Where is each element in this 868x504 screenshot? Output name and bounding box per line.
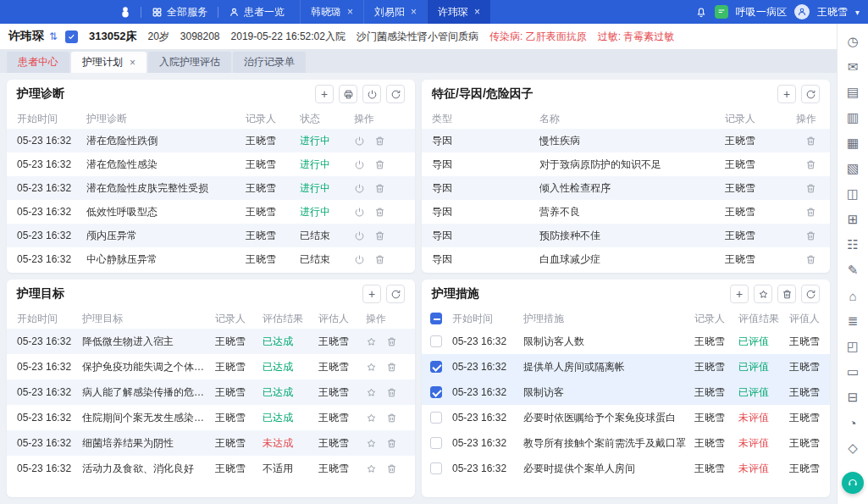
table-row[interactable]: 05-23 16:32 教导所有接触个案前需洗手及戴口罩 王晓雪 未评值 王晓雪 bbox=[422, 430, 830, 456]
table-row[interactable]: 05-23 16:32 必要时依医嘱给予个案免疫球蛋白 王晓雪 未评值 王晓雪 bbox=[422, 405, 830, 430]
page-tab[interactable]: 护理计划 × bbox=[71, 52, 147, 73]
list-icon[interactable]: ▤ bbox=[843, 83, 862, 102]
calendar-icon[interactable]: ⊟ bbox=[843, 388, 862, 407]
avatar[interactable] bbox=[794, 4, 810, 19]
refresh-button[interactable] bbox=[386, 85, 405, 103]
edit-icon[interactable]: ✎ bbox=[843, 261, 862, 280]
message-icon[interactable] bbox=[715, 5, 728, 19]
delete-icon[interactable] bbox=[386, 362, 397, 373]
delete-icon[interactable] bbox=[374, 136, 385, 147]
delete-icon[interactable] bbox=[386, 336, 397, 347]
user-name[interactable]: 王晓雪 bbox=[817, 5, 848, 19]
refresh-button[interactable] bbox=[801, 285, 820, 303]
star-icon[interactable] bbox=[366, 387, 377, 398]
patient-tab[interactable]: 韩晓璐 × bbox=[300, 0, 363, 24]
add-button[interactable]: + bbox=[730, 285, 749, 303]
star-icon[interactable] bbox=[366, 336, 377, 347]
table-row[interactable]: 导因 慢性疾病 王晓雪 bbox=[422, 129, 830, 152]
star-button[interactable] bbox=[754, 285, 772, 303]
delete-icon[interactable] bbox=[374, 254, 385, 265]
document-icon[interactable]: ▥ bbox=[843, 108, 862, 127]
stop-icon[interactable] bbox=[354, 230, 365, 241]
delete-icon[interactable] bbox=[386, 387, 397, 398]
close-tab-icon[interactable]: × bbox=[130, 57, 135, 69]
delete-icon[interactable] bbox=[805, 183, 816, 194]
table-row[interactable]: 05-23 16:32 限制访客 王晓雪 已评值 王晓雪 bbox=[422, 379, 830, 405]
form-icon[interactable]: ▧ bbox=[843, 159, 862, 178]
delete-icon[interactable] bbox=[374, 159, 385, 170]
refresh-button[interactable] bbox=[801, 85, 820, 103]
table-row[interactable]: 05-23 16:32 必要时提供个案单人房间 王晓雪 未评值 王晓雪 bbox=[422, 456, 830, 481]
stop-icon[interactable] bbox=[354, 207, 365, 218]
delete-icon[interactable] bbox=[374, 230, 385, 241]
home-icon[interactable]: ⌂ bbox=[843, 286, 862, 305]
table-row[interactable]: 导因 白血球减少症 王晓雪 bbox=[422, 247, 830, 271]
ward-label[interactable]: 呼吸一病区 bbox=[736, 5, 787, 19]
delete-icon[interactable] bbox=[805, 207, 816, 218]
table-row[interactable]: 05-23 16:32 细菌培养结果为阴性 王晓雪 未达成 王晓雪 bbox=[7, 430, 415, 456]
table-row[interactable]: 05-23 16:32 低效性呼吸型态 王晓雪 进行中 bbox=[7, 200, 415, 224]
switch-patient-icon[interactable]: ⇅ bbox=[49, 30, 58, 42]
card-icon[interactable]: ▦ bbox=[843, 134, 862, 152]
delete-icon[interactable] bbox=[374, 183, 385, 194]
table-row[interactable]: 05-23 16:32 降低微生物进入宿主 王晓雪 已达成 王晓雪 bbox=[7, 329, 415, 354]
stop-icon[interactable] bbox=[354, 254, 365, 265]
patient-tab[interactable]: 许玮琛 × bbox=[427, 0, 490, 24]
star-icon[interactable] bbox=[366, 463, 377, 474]
delete-icon[interactable] bbox=[386, 463, 397, 474]
row-checkbox[interactable] bbox=[430, 361, 442, 373]
table-row[interactable]: 05-23 16:32 中心静脉压异常 王晓雪 已结束 bbox=[7, 247, 415, 271]
table-row[interactable]: 05-23 16:32 潜在危险性皮肤完整性受损 王晓雪 进行中 bbox=[7, 176, 415, 200]
print-button[interactable] bbox=[339, 85, 357, 103]
menu-icon[interactable]: ≣ bbox=[843, 312, 862, 330]
add-button[interactable]: + bbox=[315, 85, 334, 103]
all-services-button[interactable]: 全部服务 bbox=[141, 0, 218, 24]
stop-icon[interactable] bbox=[354, 159, 365, 170]
monitor-icon[interactable]: ▭ bbox=[843, 363, 862, 381]
delete-icon[interactable] bbox=[805, 230, 816, 241]
pie-chart-icon[interactable]: ◔ bbox=[843, 413, 862, 432]
table-row[interactable]: 05-23 16:32 病人能了解感染传播的危… 王晓雪 已达成 王晓雪 bbox=[7, 379, 415, 405]
mail-icon[interactable]: ✉ bbox=[843, 58, 862, 76]
bell-icon[interactable] bbox=[695, 6, 707, 18]
row-checkbox[interactable] bbox=[430, 386, 442, 398]
table-row[interactable]: 05-23 16:32 保护免疫功能失调之个体… 王晓雪 已达成 王晓雪 bbox=[7, 354, 415, 379]
star-icon[interactable] bbox=[366, 413, 377, 424]
refresh-button[interactable] bbox=[386, 285, 405, 303]
stop-icon[interactable] bbox=[354, 183, 365, 194]
select-all-checkbox[interactable] bbox=[430, 313, 442, 324]
star-icon[interactable] bbox=[366, 438, 377, 449]
delete-icon[interactable] bbox=[386, 438, 397, 449]
table-row[interactable]: 05-23 16:32 潜在危险性跌倒 王晓雪 进行中 bbox=[7, 129, 415, 152]
clock-icon[interactable]: ◷ bbox=[843, 32, 862, 51]
table-row[interactable]: 导因 预防接种不佳 王晓雪 bbox=[422, 224, 830, 247]
table-row[interactable]: 05-23 16:32 提供单人房间或隔离帐 王晓雪 已评值 王晓雪 bbox=[422, 354, 830, 379]
patient-tab[interactable]: 刘易阳 × bbox=[363, 0, 427, 24]
stop-icon[interactable] bbox=[354, 136, 365, 147]
page-tab[interactable]: 患者中心 bbox=[7, 52, 69, 73]
table-row[interactable]: 05-23 16:32 潜在危险性感染 王晓雪 进行中 bbox=[7, 152, 415, 176]
close-tab-icon[interactable]: × bbox=[474, 6, 480, 18]
box-icon[interactable]: ◰ bbox=[843, 337, 862, 356]
table-row[interactable]: 05-23 16:32 住院期间个案无发生感染… 王晓雪 已达成 王晓雪 bbox=[7, 405, 415, 430]
stop-button[interactable] bbox=[362, 85, 381, 103]
star-icon[interactable] bbox=[366, 362, 377, 373]
page-tab[interactable]: 入院护理评估 bbox=[148, 52, 231, 73]
row-checkbox[interactable] bbox=[430, 462, 442, 474]
add-button[interactable]: + bbox=[362, 285, 381, 303]
table-row[interactable]: 05-23 16:32 颅内压异常 王晓雪 已结束 bbox=[7, 224, 415, 247]
close-tab-icon[interactable]: × bbox=[411, 6, 417, 18]
add-button[interactable]: + bbox=[777, 85, 796, 103]
book-icon[interactable]: ☷ bbox=[843, 235, 862, 254]
delete-icon[interactable] bbox=[805, 136, 816, 147]
delete-icon[interactable] bbox=[386, 413, 397, 424]
patient-overview-button[interactable]: 患者一览 bbox=[218, 0, 295, 24]
shield-icon[interactable]: ◇ bbox=[843, 439, 862, 457]
delete-button[interactable] bbox=[777, 285, 796, 303]
row-checkbox[interactable] bbox=[430, 412, 442, 424]
delete-icon[interactable] bbox=[805, 159, 816, 170]
row-checkbox[interactable] bbox=[430, 437, 442, 449]
table-row[interactable]: 导因 对于致病原防护的知识不足 王晓雪 bbox=[422, 152, 830, 176]
table-row[interactable]: 导因 营养不良 王晓雪 bbox=[422, 200, 830, 224]
caret-down-icon[interactable]: ▾ bbox=[855, 8, 860, 17]
